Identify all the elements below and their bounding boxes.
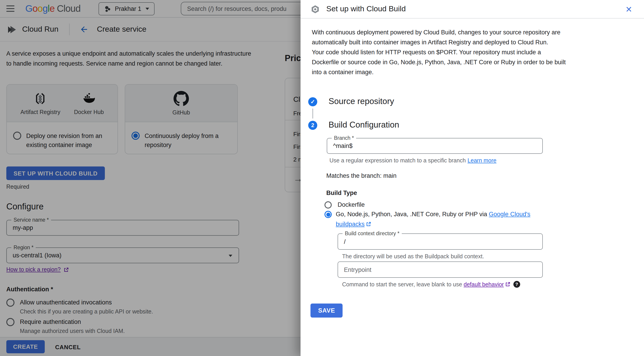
panel-paragraph-2: Your code should listen for HTTP request… [312, 48, 568, 77]
external-link-icon [505, 282, 510, 287]
build-context-field: Build context directory * [338, 233, 543, 250]
modal-scrim[interactable] [0, 0, 300, 356]
step1-title: Source repository [328, 96, 394, 106]
radio-selected-icon[interactable] [324, 211, 332, 218]
check-icon: ✓ [310, 99, 315, 105]
entrypoint-helper: Command to start the server, leave blank… [342, 281, 520, 288]
panel-header: Set up with Cloud Build ✕ [300, 0, 644, 19]
entrypoint-input[interactable] [338, 262, 542, 277]
step1-check-icon: ✓ [308, 97, 317, 106]
branch-label: Branch * [332, 135, 356, 141]
entrypoint-field [338, 261, 543, 278]
panel-title: Set up with Cloud Build [326, 5, 406, 14]
step2-number: 2 [311, 122, 314, 129]
build-type-heading: Build Type [326, 190, 357, 196]
save-button[interactable]: SAVE [310, 303, 343, 317]
branch-input[interactable] [327, 138, 542, 153]
help-question-mark: ? [516, 282, 518, 287]
branch-match-note: Matches the branch: main [326, 172, 396, 179]
build-context-helper: The directory will be used as the Buildp… [342, 253, 484, 260]
panel-description: With continuous deployment powered by Cl… [312, 28, 568, 77]
step-connector [312, 109, 313, 119]
cloud-build-icon [310, 4, 320, 14]
build-context-label: Build context directory * [342, 231, 402, 237]
step2-title: Build Configuration [328, 120, 399, 130]
radio-unselected-icon[interactable] [324, 201, 332, 209]
panel-paragraph-1: With continuous deployment powered by Cl… [312, 28, 568, 48]
buildpacks-option-text: Go, Node.js, Python, Java, .NET Core, Ru… [336, 211, 489, 218]
learn-more-link[interactable]: Learn more [468, 157, 496, 164]
cloud-build-panel: Set up with Cloud Build ✕ With continuou… [300, 0, 644, 356]
buildpacks-option[interactable]: Go, Node.js, Python, Java, .NET Core, Ru… [336, 209, 544, 229]
close-icon[interactable]: ✕ [623, 3, 635, 16]
branch-helper: Use a regular expression to match to a s… [330, 157, 496, 164]
dockerfile-label: Dockerfile [338, 200, 365, 209]
entrypoint-helper-text: Command to start the server, leave blank… [342, 281, 464, 287]
branch-field: Branch * [327, 138, 543, 154]
dockerfile-option[interactable]: Dockerfile [324, 200, 365, 209]
default-behavior-link[interactable]: default behavior [464, 281, 504, 287]
branch-helper-text: Use a regular expression to match to a s… [330, 157, 466, 164]
external-link-icon [366, 221, 371, 226]
page: Google Cloud Prakhar 1 Clo [0, 0, 644, 356]
help-icon[interactable]: ? [514, 281, 520, 288]
step2-number-badge: 2 [308, 121, 317, 130]
